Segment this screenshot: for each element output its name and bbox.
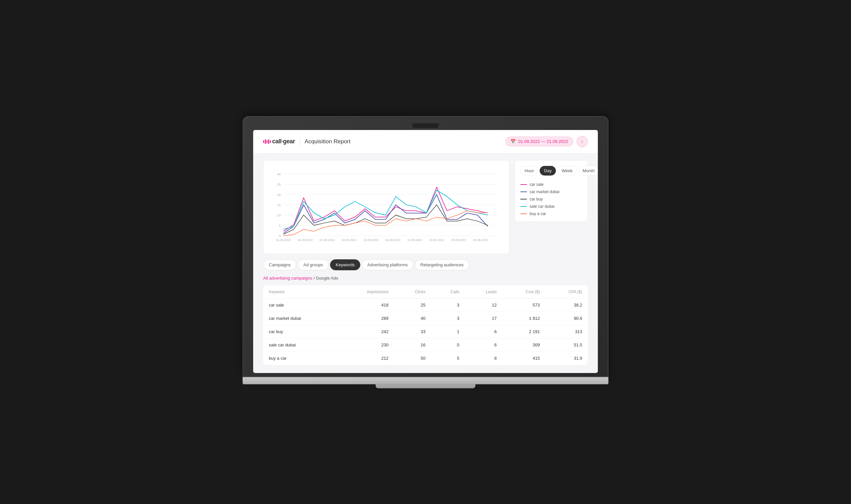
logo-text: call·gear <box>272 138 295 145</box>
cell-cost: 415 <box>502 352 545 365</box>
cell-cpa: 90.6 <box>545 311 588 325</box>
period-month-button[interactable]: Month <box>578 166 598 176</box>
cell-cpa: 313 <box>545 325 588 338</box>
svg-text:28.09.2022: 28.09.2022 <box>473 238 488 241</box>
col-calls: Calls <box>431 285 465 298</box>
svg-text:15: 15 <box>277 203 281 207</box>
legend-label-sale-car-dubai: sale car dubai <box>529 204 555 209</box>
upload-icon: ↑ <box>581 139 584 144</box>
laptop-stand <box>376 384 475 388</box>
cell-clicks: 16 <box>394 338 431 352</box>
chart-wrap: 30 25 20 15 10 5 0 01.09.2022 04.09.2022 <box>270 167 502 247</box>
cell-calls: 0 <box>431 338 465 352</box>
tabs: Campaigns Ad groups Keywords Advertising… <box>263 259 588 270</box>
cell-clicks: 50 <box>394 352 431 365</box>
cell-impressions: 212 <box>338 352 394 365</box>
logo-icon <box>263 139 271 144</box>
table-row: car sale 418 25 3 12 573 38.2 <box>263 298 588 311</box>
svg-text:5: 5 <box>279 223 281 227</box>
cell-leads: 6 <box>465 325 502 338</box>
laptop-notch <box>412 123 439 128</box>
tab-retargeting-audiences[interactable]: Retargeting audiences <box>415 259 469 270</box>
tab-keywords[interactable]: Keywords <box>330 259 360 270</box>
svg-text:22.09.2022: 22.09.2022 <box>429 238 444 241</box>
cell-leads: 17 <box>465 311 502 325</box>
period-week-button[interactable]: Week <box>557 166 577 176</box>
cell-keyword: buy a car <box>263 352 338 365</box>
svg-text:10.09.2022: 10.09.2022 <box>342 238 357 241</box>
svg-text:19.09.2022: 19.09.2022 <box>407 238 422 241</box>
cell-clicks: 33 <box>394 325 431 338</box>
header-right: 📅 01.09.2022 — 21.09.2022 ↑ <box>505 136 588 147</box>
logo: call·gear <box>263 138 295 145</box>
table-section: All advertising campaigns / Google Ads K… <box>253 270 598 373</box>
tab-ad-groups[interactable]: Ad groups <box>298 259 329 270</box>
cell-leads: 12 <box>465 298 502 311</box>
cell-cost: 2 191 <box>502 325 545 338</box>
logo-divider <box>300 138 300 146</box>
header: call·gear Acquisition Report 📅 01.09.202… <box>253 130 598 154</box>
table-row: sale car dubai 230 16 0 6 309 51.5 <box>263 338 588 352</box>
cell-keyword: car sale <box>263 298 338 311</box>
logo-bar-5 <box>270 140 271 143</box>
tab-campaigns[interactable]: Campaigns <box>263 259 296 270</box>
svg-text:04.09.2022: 04.09.2022 <box>298 238 313 241</box>
cell-impressions: 230 <box>338 338 394 352</box>
period-hour-button[interactable]: Hour <box>520 166 538 176</box>
svg-text:20: 20 <box>277 193 281 197</box>
legend-color-car-sale <box>520 184 527 185</box>
col-leads: Leads <box>465 285 502 298</box>
table-row: buy a car 212 50 5 8 415 31.9 <box>263 352 588 365</box>
cell-calls: 3 <box>431 298 465 311</box>
cell-calls: 1 <box>431 325 465 338</box>
cell-cpa: 38.2 <box>545 298 588 311</box>
cell-clicks: 25 <box>394 298 431 311</box>
table-row: car market dubai 289 40 3 17 1 812 90.6 <box>263 311 588 325</box>
cell-impressions: 289 <box>338 311 394 325</box>
table-body: car sale 418 25 3 12 573 38.2 car market… <box>263 298 588 365</box>
legend-label-car-sale: car sale <box>529 182 544 187</box>
keywords-table: Keyword Impressions Clicks Calls Leads C… <box>263 285 588 365</box>
col-impressions: Impressions <box>338 285 394 298</box>
svg-text:25.09.2022: 25.09.2022 <box>451 238 466 241</box>
cell-impressions: 418 <box>338 298 394 311</box>
period-selector: Hour Day Week Month car sale <box>515 160 588 222</box>
breadcrumb: All advertising campaigns / Google Ads <box>263 276 588 281</box>
cell-cost: 573 <box>502 298 545 311</box>
svg-text:01.09.2022: 01.09.2022 <box>276 238 291 241</box>
legend-label-car-buy: car buy <box>529 197 543 201</box>
legend-color-buy-a-car <box>520 213 527 214</box>
calendar-icon: 📅 <box>510 139 516 144</box>
cell-keyword: sale car dubai <box>263 338 338 352</box>
line-chart: 30 25 20 15 10 5 0 01.09.2022 04.09.2022 <box>270 167 502 247</box>
logo-bar-3 <box>266 140 267 143</box>
cell-keyword: car market dubai <box>263 311 338 325</box>
chart-legend: car sale car market dubai car buy <box>520 182 582 216</box>
cell-keyword: car buy <box>263 325 338 338</box>
col-cpa: CPA ($) <box>545 285 588 298</box>
svg-text:07.09.2022: 07.09.2022 <box>320 238 335 241</box>
laptop-base <box>243 377 608 384</box>
cell-leads: 6 <box>465 338 502 352</box>
upload-button[interactable]: ↑ <box>576 136 588 147</box>
legend-label-buy-a-car: buy a car <box>529 212 546 216</box>
svg-text:0: 0 <box>279 234 281 237</box>
logo-bar-1 <box>263 140 264 143</box>
period-day-button[interactable]: Day <box>540 166 556 176</box>
cell-cost: 309 <box>502 338 545 352</box>
date-range-button[interactable]: 📅 01.09.2022 — 21.09.2022 <box>505 137 573 146</box>
page-title: Acquisition Report <box>305 138 351 145</box>
svg-text:30: 30 <box>277 172 281 176</box>
legend-color-car-market-dubai <box>520 192 527 192</box>
cell-cpa: 51.5 <box>545 338 588 352</box>
svg-text:13.09.2022: 13.09.2022 <box>364 238 379 241</box>
logo-bar-2 <box>265 139 266 144</box>
table-row: car buy 242 33 1 6 2 191 313 <box>263 325 588 338</box>
tabs-section: Campaigns Ad groups Keywords Advertising… <box>253 254 598 270</box>
cell-calls: 5 <box>431 352 465 365</box>
logo-bar-4 <box>268 139 269 144</box>
breadcrumb-link[interactable]: All advertising campaigns <box>263 276 312 281</box>
tab-advertising-platforms[interactable]: Advertising platforms <box>362 259 413 270</box>
breadcrumb-current: Google Ads <box>316 276 338 281</box>
col-clicks: Clicks <box>394 285 431 298</box>
